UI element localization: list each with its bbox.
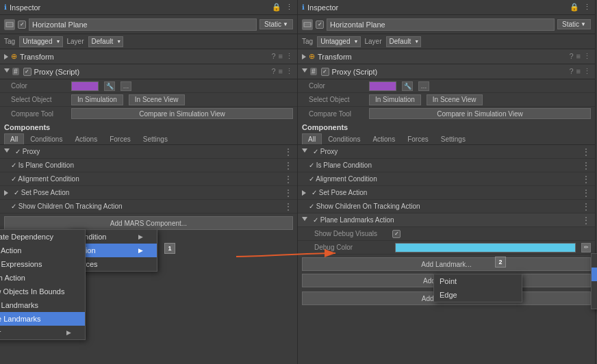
- right-comp-showchildren-dots[interactable]: ⋮: [581, 202, 591, 211]
- left-panel-title: Inspector: [10, 3, 40, 12]
- left-color-row: Color 🔧 …: [0, 79, 297, 93]
- right-tab-conditions[interactable]: Conditions: [322, 133, 366, 144]
- left-object-icon: [4, 19, 15, 30]
- left-tag-arrow: ▼: [56, 39, 61, 44]
- right-tag-select[interactable]: Untagged ▼: [317, 36, 360, 47]
- left-menu-icon[interactable]: ⋮: [285, 3, 293, 12]
- left-tab-actions[interactable]: Actions: [68, 133, 103, 144]
- left-panel-header: ℹ Inspector 🔒 ⋮: [0, 0, 297, 15]
- right-debug-color-bar[interactable]: [395, 243, 576, 252]
- left-color-picker-btn[interactable]: 🔧: [104, 81, 115, 91]
- right-tab-settings[interactable]: Settings: [435, 133, 472, 144]
- right-debug-color-row: Debug Color ✏: [298, 241, 595, 255]
- right-tab-forces[interactable]: Forces: [401, 133, 435, 144]
- right-comp-proxy-triangle: [302, 148, 307, 155]
- right-menu-edge[interactable]: Edge: [434, 288, 522, 302]
- right-select-object-row: Select Object In Simulation In Scene Vie…: [298, 93, 595, 107]
- right-tab-all[interactable]: All: [302, 133, 322, 144]
- left-object-row: ✓ Static ▼: [0, 15, 297, 34]
- left-sub-show-bounds[interactable]: Show Objects In Bounds: [0, 285, 85, 298]
- right-transform-section[interactable]: ⊕ Transform ? ≡ ⋮: [298, 49, 595, 64]
- left-comp-showchildren: ✓ Show Children On Tracking Action ⋮: [0, 200, 297, 213]
- left-layer-arrow: ▼: [116, 39, 121, 44]
- left-sub-face-action[interactable]: Face Action: [0, 244, 85, 257]
- right-comp-setpose-dots[interactable]: ⋮: [581, 188, 591, 198]
- left-static-badge[interactable]: Static ▼: [259, 19, 293, 29]
- right-comp-plane-condition: ✓ Is Plane Condition ⋮: [298, 159, 595, 172]
- right-menu-centroid[interactable]: Centroid: [592, 254, 597, 268]
- left-object-name-input[interactable]: [29, 18, 257, 31]
- right-layer-arrow: ▼: [414, 39, 419, 44]
- right-object-name-input[interactable]: [327, 18, 555, 31]
- right-debug-edit-btn[interactable]: ✏: [581, 243, 591, 252]
- left-tag-label: Tag: [4, 38, 15, 45]
- left-proxy-triangle: [4, 68, 10, 75]
- right-proxy-section[interactable]: # ✓ Proxy (Script) ? ≡ ⋮: [298, 64, 595, 79]
- left-sub-face-expr[interactable]: Face Expressions: [0, 257, 85, 271]
- left-add-mars-btn[interactable]: Add MARS Component...: [4, 216, 293, 230]
- right-comp-plane-dots[interactable]: ⋮: [581, 161, 591, 170]
- right-menu-closest[interactable]: Closest ▶: [592, 268, 597, 281]
- right-active-checkbox[interactable]: ✓: [316, 21, 324, 29]
- right-layer-select[interactable]: Default ▼: [386, 36, 422, 47]
- left-comp-align-dots[interactable]: ⋮: [283, 174, 293, 184]
- left-color-swatch[interactable]: [71, 81, 99, 91]
- right-static-badge[interactable]: Static ▼: [557, 19, 591, 29]
- right-color-picker-btn[interactable]: 🔧: [402, 81, 413, 91]
- left-sub-face-land[interactable]: Face Landmarks: [0, 298, 85, 312]
- left-sub-plane-land[interactable]: Plane Landmarks: [0, 312, 85, 326]
- left-compare-btn[interactable]: Compare in Simulation View: [71, 108, 293, 119]
- left-select-object-row: Select Object In Simulation In Scene Vie…: [0, 93, 297, 107]
- left-in-scene-view-btn[interactable]: In Scene View: [129, 94, 185, 105]
- left-proxy-checkbox[interactable]: ✓: [23, 68, 31, 76]
- right-color-swatch[interactable]: [369, 81, 396, 91]
- left-tab-all[interactable]: All: [4, 133, 24, 144]
- right-proxy-icons: ? ≡ ⋮: [569, 67, 591, 76]
- left-sub-match[interactable]: Match Action: [0, 271, 85, 285]
- right-menu-bounding[interactable]: Bounding Rect: [592, 281, 597, 295]
- left-proxy-section[interactable]: # ✓ Proxy (Script) ? ≡ ⋮: [0, 64, 297, 79]
- left-condition-arrow: ▶: [138, 233, 143, 240]
- right-color-dots-btn[interactable]: …: [418, 81, 429, 91]
- right-proxy-checkbox[interactable]: ✓: [321, 68, 329, 76]
- left-active-checkbox[interactable]: ✓: [18, 21, 26, 29]
- right-in-scene-view-btn[interactable]: In Scene View: [427, 94, 483, 105]
- right-menu-point[interactable]: Point: [434, 274, 522, 288]
- right-tag-label: Tag: [302, 38, 313, 45]
- right-add-landmark-btn[interactable]: Add Landmark...: [302, 257, 591, 271]
- right-transform-triangle: [302, 54, 306, 60]
- left-comp-setpose: ✓ Set Pose Action ⋮: [0, 186, 297, 200]
- right-in-simulation-btn[interactable]: In Simulation: [369, 94, 421, 105]
- left-comp-plane-dots[interactable]: ⋮: [283, 161, 293, 170]
- left-static-arrow: ▼: [283, 21, 288, 27]
- right-compare-btn[interactable]: Compare in Simulation View: [369, 108, 591, 119]
- right-menu-provided[interactable]: Provided Center: [592, 295, 597, 309]
- right-tab-actions[interactable]: Actions: [366, 133, 401, 144]
- left-comp-setpose-triangle: [4, 190, 8, 196]
- left-color-dots-btn[interactable]: …: [120, 81, 131, 91]
- right-comp-landmarks-dots[interactable]: ⋮: [581, 216, 591, 225]
- left-sub-other[interactable]: Other ▶: [0, 326, 85, 339]
- right-comp-align-dots[interactable]: ⋮: [581, 174, 591, 184]
- right-comp-proxy-dots[interactable]: ⋮: [581, 147, 591, 157]
- right-comp-setpose: ✓ Set Pose Action ⋮: [298, 186, 595, 200]
- left-tag-select[interactable]: Untagged ▼: [19, 36, 62, 47]
- right-lock-icon[interactable]: 🔒: [570, 3, 579, 12]
- left-tab-conditions[interactable]: Conditions: [24, 133, 68, 144]
- left-tab-forces[interactable]: Forces: [103, 133, 137, 144]
- right-layer-label: Layer: [365, 38, 382, 45]
- right-debug-checkbox[interactable]: ✓: [392, 230, 401, 238]
- left-components-label: Components: [0, 120, 297, 131]
- left-tab-settings[interactable]: Settings: [137, 133, 174, 144]
- right-menu-icon[interactable]: ⋮: [583, 3, 591, 12]
- left-layer-select[interactable]: Default ▼: [88, 36, 124, 47]
- left-comp-showchildren-dots[interactable]: ⋮: [283, 202, 293, 211]
- left-comp-setpose-dots[interactable]: ⋮: [283, 188, 293, 198]
- right-panel-header: ℹ Inspector 🔒 ⋮: [298, 0, 595, 15]
- left-lock-icon[interactable]: 🔒: [272, 3, 281, 12]
- left-in-simulation-btn[interactable]: In Simulation: [71, 94, 123, 105]
- left-sub-activate[interactable]: Activate Dependency: [0, 230, 85, 244]
- left-transform-section[interactable]: ⊕ Transform ? ≡ ⋮: [0, 49, 297, 64]
- left-compare-tool-row: Compare Tool Compare in Simulation View: [0, 107, 297, 120]
- left-comp-proxy-dots[interactable]: ⋮: [283, 147, 293, 157]
